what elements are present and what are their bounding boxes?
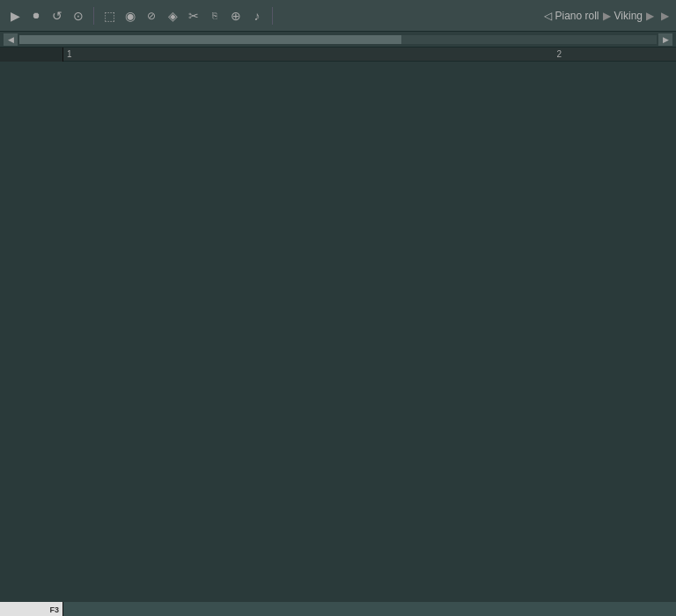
breadcrumb-sep-2: ▶ — [646, 10, 654, 22]
horizontal-scrollbar[interactable]: ◀ ▶ — [0, 32, 676, 48]
key-f3[interactable]: F3 — [0, 602, 62, 616]
erase-icon[interactable]: ⊘ — [143, 8, 159, 24]
play-icon[interactable]: ▶ — [7, 8, 23, 24]
separator-1 — [93, 7, 94, 25]
lasso-icon[interactable]: ◉ — [122, 8, 138, 24]
breadcrumb-sep-1: ▶ — [603, 10, 611, 22]
timeline-ruler: 1 2 — [63, 48, 676, 62]
ruler-mark-1: 1 — [67, 49, 72, 59]
breadcrumb: ◁ Piano roll ▶ Viking ▶ ▶ — [544, 10, 670, 22]
zoom-icon[interactable]: ⊕ — [228, 8, 244, 24]
breadcrumb-sep-3: ▶ — [661, 10, 669, 22]
scroll-thumb[interactable] — [19, 35, 401, 44]
ruler-spacer — [0, 48, 63, 62]
copy-icon[interactable]: ⎘ — [207, 8, 223, 24]
scroll-track[interactable] — [19, 35, 657, 44]
piano-roll: F3 E3 D3 C3 B2 A2 G2 — [0, 602, 676, 616]
mute-icon[interactable]: ◈ — [165, 8, 180, 24]
ruler-mark-2: 2 — [556, 49, 562, 59]
select-icon[interactable]: ⬚ — [101, 8, 117, 24]
separator-2 — [272, 7, 273, 25]
speaker-icon[interactable]: ♪ — [249, 8, 265, 24]
scroll-left-button[interactable]: ◀ — [4, 33, 18, 46]
note-grid[interactable] — [63, 602, 676, 616]
cut-icon[interactable]: ✂ — [186, 8, 202, 24]
metronome-icon[interactable]: ⊙ — [70, 8, 86, 24]
loop-icon[interactable]: ↺ — [49, 8, 65, 24]
record-icon[interactable]: ⏺ — [28, 8, 44, 24]
toolbar: ▶ ⏺ ↺ ⊙ ⬚ ◉ ⊘ ◈ ✂ ⎘ ⊕ ♪ ◁ Piano roll ▶ V… — [0, 0, 676, 32]
piano-keys: F3 E3 D3 C3 B2 A2 G2 — [0, 602, 63, 616]
key-f3-label: F3 — [49, 605, 59, 614]
breadcrumb-instrument: Viking — [614, 10, 643, 22]
scroll-right-button[interactable]: ▶ — [658, 33, 672, 46]
speaker-2-icon: ◁ — [544, 10, 552, 22]
breadcrumb-pianoroll: Piano roll — [555, 10, 599, 22]
